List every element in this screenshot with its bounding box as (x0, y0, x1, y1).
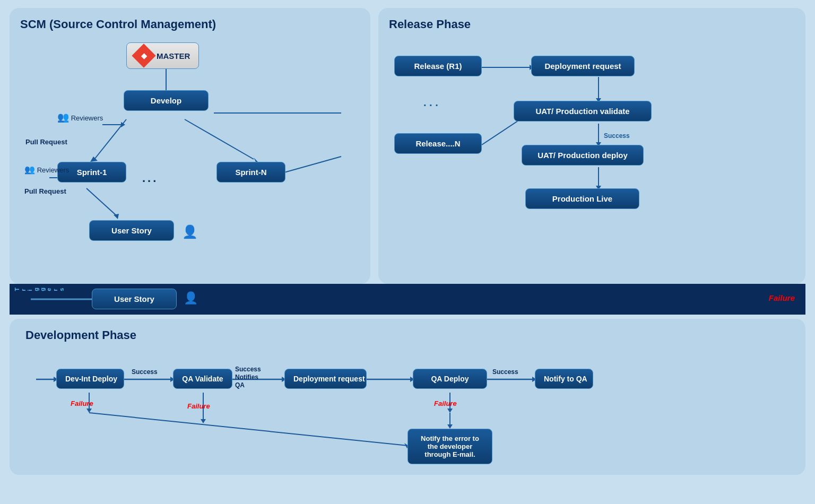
user-story-middle-node: User Story (92, 289, 177, 309)
svg-marker-46 (201, 419, 206, 423)
notify-qa-node: Notify to QA (535, 369, 593, 389)
dev-flow-container: Success Success Notifies QA Success Fail… (25, 353, 795, 459)
svg-text:Success: Success (235, 366, 261, 373)
svg-text:Success: Success (604, 132, 630, 140)
svg-marker-7 (114, 214, 119, 219)
qa-deploy-node: QA Deploy (413, 369, 487, 389)
reviewers-label-1: 👥 Reviewers (57, 111, 103, 123)
scm-title: SCM (Source Control Management) (20, 18, 360, 31)
release-n-node: Release....N (394, 133, 482, 154)
svg-marker-9 (121, 122, 125, 127)
release-r1-node: Release (R1) (394, 56, 482, 76)
person-icon: 👤 (182, 224, 198, 239)
svg-line-4 (185, 119, 254, 159)
svg-marker-43 (86, 409, 92, 413)
release-title: Release Phase (389, 18, 795, 31)
production-live-node: Production Live (525, 188, 639, 209)
svg-text:QA: QA (235, 381, 245, 389)
middle-divider: Triggers User Story 👤 Failure (10, 284, 805, 315)
svg-line-6 (86, 188, 116, 215)
svg-marker-49 (447, 409, 453, 413)
svg-text:Notifies: Notifies (235, 373, 258, 381)
dev-int-deploy-node: Dev-Int Deploy (56, 369, 124, 389)
pull-request-1: Pull Request (25, 138, 67, 146)
pull-request-2: Pull Request (24, 187, 66, 195)
svg-text:Failure: Failure (187, 402, 210, 410)
deployment-request-node: Deployment request (531, 56, 635, 76)
svg-line-2 (94, 119, 126, 159)
svg-text:Success: Success (132, 368, 158, 376)
dev-section: Development Phase Success Success Notifi… (10, 319, 805, 475)
uat-validate-node: UAT/ Production validate (514, 101, 652, 121)
release-section: Release Phase Success . . . (378, 8, 805, 284)
svg-text:Failure: Failure (71, 399, 93, 407)
svg-marker-3 (90, 157, 98, 162)
uat-deploy-node: UAT/ Production deploy (522, 145, 644, 166)
scm-section: SCM (Source Control Management) (10, 8, 370, 284)
sprint-dots: ... (142, 171, 158, 185)
svg-text:Success: Success (492, 368, 518, 376)
person-icon-middle: 👤 (184, 291, 198, 305)
develop-node: Develop (124, 90, 209, 111)
dev-title: Development Phase (25, 328, 795, 342)
svg-line-53 (89, 413, 408, 446)
reviewers-label-2: 👥 Reviewers (24, 164, 69, 175)
failure-label-right: Failure (769, 293, 795, 302)
dev-deployment-request-node: Deployment request (284, 369, 367, 389)
notify-error-node: Notify the error to the developer throug… (408, 429, 492, 464)
master-node: ◆ MASTER (126, 42, 199, 69)
svg-text:Failure: Failure (434, 399, 457, 407)
sprintN-node: Sprint-N (216, 162, 285, 183)
user-story-node: User Story (89, 220, 174, 241)
git-icon: ◆ (132, 44, 155, 67)
qa-validate-node: QA Validate (173, 369, 232, 389)
svg-text:. . .: . . . (423, 97, 438, 108)
svg-marker-52 (447, 424, 453, 429)
